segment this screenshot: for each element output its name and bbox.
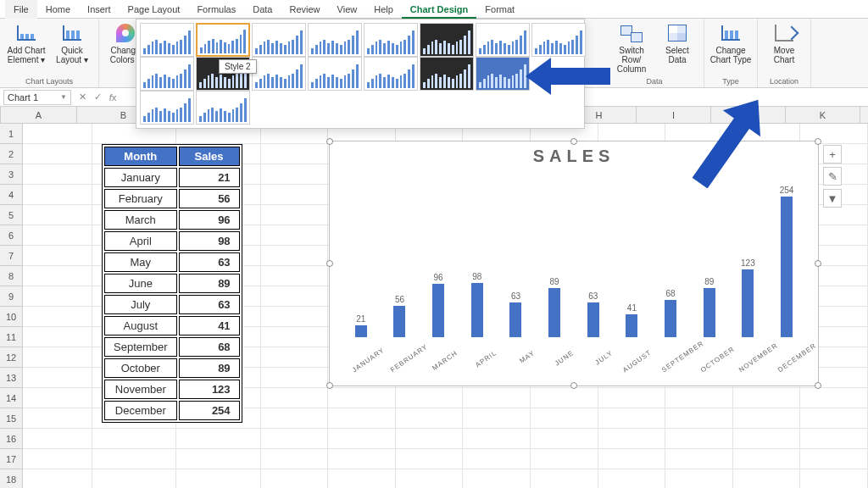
cell[interactable] (598, 469, 666, 488)
resize-handle[interactable] (815, 382, 821, 389)
cell[interactable] (23, 286, 92, 307)
table-row[interactable]: January21 (104, 168, 240, 187)
cancel-formula-icon[interactable]: ✕ (75, 92, 90, 103)
cell[interactable] (396, 449, 464, 469)
chart-style-thumb-17[interactable] (196, 91, 250, 125)
table-row[interactable]: August41 (104, 316, 240, 336)
cell[interactable] (23, 307, 92, 327)
cell[interactable] (531, 408, 598, 429)
menu-tab-data[interactable]: Data (244, 0, 281, 19)
chart-styles-button[interactable]: ✎ (823, 167, 842, 186)
cell[interactable] (261, 449, 329, 469)
column-header-K[interactable]: K (786, 107, 860, 123)
chart-style-thumb-2[interactable] (196, 23, 250, 57)
cell[interactable] (261, 408, 329, 429)
cell[interactable] (261, 307, 329, 327)
table-row[interactable]: October89 (104, 358, 240, 378)
resize-handle[interactable] (570, 138, 577, 145)
menu-tab-help[interactable]: Help (365, 0, 402, 19)
cell[interactable] (23, 368, 92, 388)
cell[interactable] (733, 449, 801, 469)
cell[interactable] (396, 469, 464, 488)
resize-handle[interactable] (815, 138, 821, 145)
cell[interactable] (531, 449, 598, 469)
cell[interactable] (23, 388, 92, 408)
cell[interactable] (261, 246, 329, 266)
data-table[interactable]: MonthSales January21February56March96Apr… (102, 144, 242, 423)
chart-bar[interactable]: 68 (654, 289, 687, 337)
change-chart-type-button[interactable]: Change Chart Type (709, 20, 752, 64)
table-row[interactable]: June89 (104, 274, 240, 293)
row-header-15[interactable]: 15 (0, 408, 23, 429)
cell[interactable] (261, 144, 329, 164)
cell[interactable] (23, 144, 92, 164)
cell[interactable] (261, 225, 329, 246)
row-header-4[interactable]: 4 (0, 185, 23, 205)
chart-style-thumb-15[interactable] (476, 57, 530, 91)
cell[interactable] (463, 469, 531, 488)
chart-plot-area[interactable]: 21569698638963416889123254 (342, 168, 806, 337)
cell[interactable] (396, 408, 464, 429)
row-header-5[interactable]: 5 (0, 205, 23, 225)
cell[interactable] (176, 449, 260, 469)
chart-filters-button[interactable]: ▼ (823, 189, 842, 208)
select-data-button[interactable]: Select Data (656, 20, 698, 64)
resize-handle[interactable] (815, 260, 821, 267)
cell[interactable] (176, 469, 260, 488)
cell[interactable] (23, 469, 92, 488)
cell[interactable] (261, 164, 329, 185)
cell[interactable] (92, 449, 176, 469)
chart-style-thumb-16[interactable] (140, 91, 194, 125)
table-row[interactable]: March96 (104, 210, 240, 230)
resize-handle[interactable] (326, 138, 333, 145)
resize-handle[interactable] (326, 260, 333, 267)
cell[interactable] (261, 286, 329, 307)
cell[interactable] (531, 429, 598, 449)
switch-row-column-button[interactable]: Switch Row/ Column (610, 20, 653, 74)
cell[interactable] (665, 429, 733, 449)
cell[interactable] (23, 327, 92, 347)
row-header-7[interactable]: 7 (0, 246, 23, 266)
row-header-2[interactable]: 2 (0, 144, 23, 164)
cell[interactable] (800, 469, 868, 488)
row-header-12[interactable]: 12 (0, 347, 23, 368)
menu-tab-formulas[interactable]: Formulas (188, 0, 244, 19)
cell[interactable] (733, 388, 801, 408)
row-header-11[interactable]: 11 (0, 327, 23, 347)
column-header-L[interactable]: L (860, 107, 868, 123)
chart-style-thumb-3[interactable] (252, 23, 306, 57)
menu-tab-page-layout[interactable]: Page Layout (120, 0, 189, 19)
cell[interactable] (261, 327, 329, 347)
enter-formula-icon[interactable]: ✓ (90, 92, 105, 103)
cell[interactable] (733, 408, 801, 429)
chart-style-thumb-5[interactable] (364, 23, 418, 57)
chart-bar[interactable]: 89 (538, 277, 570, 337)
chart-style-thumb-9[interactable] (140, 57, 194, 91)
cell[interactable] (261, 368, 329, 388)
chart-bar[interactable]: 41 (615, 303, 648, 337)
cell[interactable] (261, 205, 329, 225)
cell[interactable] (261, 185, 329, 205)
row-header-13[interactable]: 13 (0, 368, 23, 388)
cell[interactable] (463, 449, 531, 469)
table-row[interactable]: September68 (104, 337, 240, 357)
cell[interactable] (396, 429, 464, 449)
move-chart-button[interactable]: Move Chart (763, 20, 805, 64)
chart-style-thumb-13[interactable] (364, 57, 418, 91)
cell[interactable] (463, 429, 531, 449)
chart-bar[interactable]: 89 (693, 277, 726, 337)
cell[interactable] (23, 408, 92, 429)
cell[interactable] (23, 164, 92, 185)
row-header-16[interactable]: 16 (0, 429, 23, 449)
menu-tab-chart-design[interactable]: Chart Design (402, 0, 476, 19)
row-header-10[interactable]: 10 (0, 307, 23, 327)
cell[interactable] (23, 449, 92, 469)
cell[interactable] (328, 408, 396, 429)
cell[interactable] (92, 429, 176, 449)
cell[interactable] (531, 469, 598, 488)
chart-bar[interactable]: 98 (461, 272, 493, 337)
cell[interactable] (463, 388, 531, 408)
chart-style-thumb-11[interactable] (252, 57, 306, 91)
cell[interactable] (598, 449, 666, 469)
cell[interactable] (23, 266, 92, 286)
